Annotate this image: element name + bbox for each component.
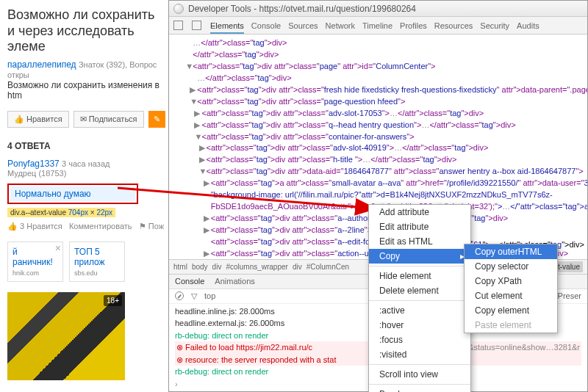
answer-text: Нормально думаю xyxy=(10,186,135,201)
chrome-icon xyxy=(173,4,184,14)
inspect-tooltip-w: 704px xyxy=(68,208,88,217)
context-selector[interactable]: top xyxy=(204,291,215,300)
related-title: й раничник! xyxy=(12,247,58,268)
ctx-sub-copy-xpath[interactable]: Copy XPath xyxy=(465,274,557,288)
dom-node[interactable]: ▶<attr">class="tag">div attr">class="adv… xyxy=(169,142,587,154)
ctx-item--focus[interactable]: :focus xyxy=(369,333,470,347)
console-tab[interactable]: Console xyxy=(175,277,204,286)
context-menu[interactable]: Add attributeEdit attributeEdit as HTMLC… xyxy=(368,204,471,392)
answer-like-action[interactable]: 👍 3 Нравится xyxy=(7,222,62,231)
dom-node[interactable]: …</attr">class="tag">div> xyxy=(169,37,587,49)
devtools-title: Developer Tools - https://otvet.mail.ru/… xyxy=(188,4,416,14)
subscribe-button[interactable]: ✉ Подписаться xyxy=(74,111,144,128)
dom-node[interactable]: ▶<attr">class="tag">div attr">class="adv… xyxy=(169,108,587,120)
inspect-tooltip: div.a--atext-value 704px × 22px xyxy=(7,208,115,217)
dom-node[interactable]: ▶<attr">class="tag">div attr">class="h-t… xyxy=(169,154,587,166)
dom-node[interactable]: ▶<attr">class="tag">div attr">class="q--… xyxy=(169,120,587,131)
inspected-element-highlight: Нормально думаю xyxy=(7,184,138,204)
ctx-item-hide-element[interactable]: Hide element xyxy=(369,269,470,283)
dom-node[interactable]: ▶<attr">class="tag">a attr">class="small… xyxy=(169,178,587,189)
breadcrumb-item[interactable]: div xyxy=(212,263,222,271)
answer-complain-action[interactable]: ⚑ Пож xyxy=(139,222,164,231)
answers-count-header: 4 ОТВЕТА xyxy=(7,141,165,151)
answer-author-link[interactable]: Ponyfag1337 xyxy=(7,159,60,169)
devtools-tab-elements[interactable]: Elements xyxy=(210,21,244,34)
dom-node[interactable]: ▼<attr">class="tag">div attr">class="con… xyxy=(169,131,587,143)
subscribe-button-label: Подписаться xyxy=(89,115,137,123)
ctx-sub-copy-element[interactable]: Copy element xyxy=(465,303,557,318)
ctx-item-delete-element[interactable]: Delete element xyxy=(369,283,470,298)
ctx-item-edit-attribute[interactable]: Edit attribute xyxy=(369,219,470,234)
ctx-item-add-attribute[interactable]: Add attribute xyxy=(369,205,470,219)
devtools-tab-network[interactable]: Network xyxy=(326,21,355,30)
inspect-icon[interactable] xyxy=(173,21,183,30)
dom-node[interactable]: ▼<attr">class="tag">div attr">class="pag… xyxy=(169,61,587,73)
answer-button[interactable]: ✎ xyxy=(148,111,165,128)
devtools-tab-timeline[interactable]: Timeline xyxy=(362,21,392,30)
answer-time: 3 часа назад xyxy=(62,159,110,168)
dom-node[interactable]: </attr">class="tag">div> xyxy=(169,49,587,61)
dom-node[interactable]: ▼<attr">class="tag">div attr">data-aid="… xyxy=(169,166,587,178)
answer-rank: Мудрец (18753) xyxy=(7,169,165,178)
related-sub: sbs.edu xyxy=(74,269,120,277)
preserve-log-label: Preser xyxy=(558,291,581,300)
ctx-item--active[interactable]: :active xyxy=(369,303,470,318)
close-icon[interactable]: × xyxy=(55,242,61,254)
ctx-item-copy[interactable]: Copy▸ xyxy=(369,249,470,264)
ctx-sub-copy-outerhtml[interactable]: Copy outerHTML xyxy=(465,244,557,259)
answer-complain-label: Пож xyxy=(148,222,164,231)
ctx-item--visited[interactable]: :visited xyxy=(369,347,470,362)
devtools-tab-sources[interactable]: Sources xyxy=(288,21,318,30)
related-card-2[interactable]: ТОП 5 прилож sbs.edu xyxy=(69,242,125,282)
devtools-tab-resources[interactable]: Resources xyxy=(434,21,473,30)
related-card-1[interactable]: × й раничник! hnik.com xyxy=(7,242,63,282)
device-icon[interactable] xyxy=(192,21,201,30)
copy-submenu[interactable]: Copy outerHTMLCopy selectorCopy XPathCut… xyxy=(464,244,558,333)
dom-node[interactable]: ▶<attr">class="tag">div attr">class="fre… xyxy=(169,84,587,96)
ctx-sub-cut-element[interactable]: Cut element xyxy=(465,288,557,303)
devtools-tab-console[interactable]: Console xyxy=(251,21,281,30)
devtools-tabbar: ElementsConsoleSourcesNetworkTimelinePro… xyxy=(169,17,587,35)
breadcrumb-item[interactable]: div xyxy=(293,263,302,271)
question-author-link[interactable]: параллелепипед xyxy=(7,59,76,70)
ctx-sub-paste-element: Paste element xyxy=(465,318,557,333)
breadcrumb-item[interactable]: #columns_wrapper xyxy=(226,263,288,271)
breadcrumb-item[interactable]: body xyxy=(192,263,208,271)
answer-comment-action[interactable]: Комментировать xyxy=(69,222,132,231)
background-page: Возможно ли сохранить и через исследоват… xyxy=(0,0,173,392)
ctx-sub-copy-selector[interactable]: Copy selector xyxy=(465,259,557,274)
inspect-tooltip-selector: div.a--atext-value xyxy=(10,208,66,217)
devtools-tab-security[interactable]: Security xyxy=(480,21,509,30)
question-title: Возможно ли сохранить и через исследоват… xyxy=(7,7,165,55)
related-sub: hnik.com xyxy=(12,269,58,277)
question-body: Возможно ли сохранить изменения в htm xyxy=(7,80,165,101)
ctx-item-scroll-into-view[interactable]: Scroll into view xyxy=(369,367,470,382)
thumbnail-image[interactable]: 18+ xyxy=(7,292,125,380)
age-badge: 18+ xyxy=(104,295,122,306)
dom-node[interactable]: …</attr">class="tag">div> xyxy=(169,73,587,84)
ctx-item-edit-as-html[interactable]: Edit as HTML xyxy=(369,234,470,249)
related-title: ТОП 5 прилож xyxy=(74,247,120,268)
devtools-tab-audits[interactable]: Audits xyxy=(517,21,539,30)
inspect-tooltip-h: 22px xyxy=(96,208,112,217)
ctx-item-break-on-[interactable]: Break on…▸ xyxy=(369,387,470,392)
devtools-tab-profiles[interactable]: Profiles xyxy=(400,21,427,30)
devtools-titlebar[interactable]: Developer Tools - https://otvet.mail.ru/… xyxy=(169,1,587,17)
filter-icon[interactable]: ▽ xyxy=(191,291,197,301)
answer-like-label: 3 Нравится xyxy=(20,222,62,231)
clear-console-icon[interactable] xyxy=(175,291,184,300)
breadcrumb-item[interactable]: #ColumnCen xyxy=(306,263,349,271)
breadcrumb-item[interactable]: html xyxy=(173,263,187,271)
like-button-label: Нравится xyxy=(26,115,62,123)
ctx-item--hover[interactable]: :hover xyxy=(369,318,470,333)
like-button[interactable]: 👍 Нравится xyxy=(7,111,69,128)
dom-node[interactable]: ▼<attr">class="tag">div attr">class="pag… xyxy=(169,96,587,108)
dom-node[interactable]: "background-image: url('//filin.mail.ru/… xyxy=(169,189,587,201)
animations-tab[interactable]: Animations xyxy=(215,277,254,286)
